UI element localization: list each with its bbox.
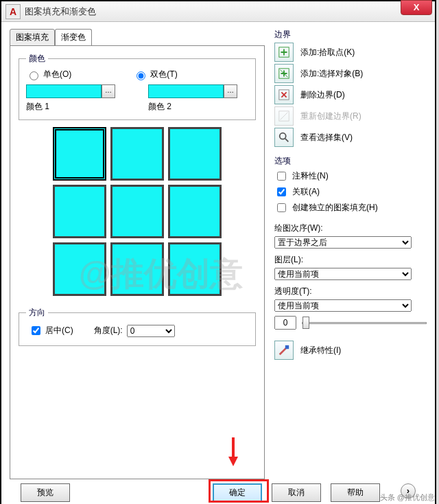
view-selections-label: 查看选择集(V)	[300, 132, 353, 144]
add-select-objects-button[interactable]	[274, 64, 294, 83]
options-title: 选项	[274, 155, 427, 167]
centered-checkbox[interactable]: 居中(C)	[29, 324, 73, 337]
gradient-pattern-7[interactable]	[53, 242, 106, 296]
layer-select[interactable]: 使用当前项	[274, 268, 412, 280]
color1-label: 颜色 1	[26, 101, 115, 113]
radio-two-color[interactable]: 双色(T)	[133, 69, 177, 80]
color2-picker-button[interactable]: …	[224, 84, 237, 98]
annotation-arrow	[228, 437, 238, 468]
transparency-slider[interactable]	[302, 322, 427, 324]
layer-label: 图层(L):	[274, 254, 427, 266]
add-pick-points-button[interactable]	[274, 43, 294, 62]
gradient-pattern-6[interactable]	[168, 185, 222, 238]
color2-label: 颜色 2	[148, 101, 237, 113]
svg-rect-5	[285, 345, 289, 349]
angle-select[interactable]: 0	[127, 325, 175, 337]
inherit-properties-button[interactable]	[274, 341, 294, 360]
remove-boundaries-label: 删除边界(D)	[300, 89, 345, 101]
color1-swatch[interactable]	[26, 84, 102, 98]
direction-legend: 方向	[26, 307, 48, 319]
gradient-pattern-1[interactable]	[53, 127, 106, 181]
add-pick-points-label: 添加:拾取点(K)	[300, 47, 355, 58]
ok-button[interactable]: 确定	[213, 483, 262, 502]
tab-hatch[interactable]: 图案填充	[10, 29, 55, 46]
transparency-select[interactable]: 使用当前项	[274, 299, 412, 312]
gradient-pattern-2[interactable]	[110, 127, 164, 181]
angle-label: 角度(L):	[94, 325, 123, 336]
associative-checkbox[interactable]	[277, 187, 286, 196]
window-title: 图案填充和渐变色	[25, 5, 96, 18]
inherit-properties-label: 继承特性(I)	[300, 345, 341, 356]
gradient-pattern-8[interactable]	[110, 242, 164, 296]
titlebar: A 图案填充和渐变色 X	[1, 1, 435, 22]
color1-picker-button[interactable]: …	[102, 84, 115, 98]
view-selections-button[interactable]	[274, 128, 294, 147]
color2-swatch[interactable]	[148, 84, 224, 98]
credit-text: 头条 @推优创意	[380, 492, 435, 503]
transparency-label: 透明度(T):	[274, 286, 427, 297]
annotative-checkbox[interactable]	[277, 172, 286, 181]
add-select-objects-label: 添加:选择对象(B)	[300, 68, 363, 80]
gradient-pattern-3[interactable]	[168, 127, 222, 181]
app-icon: A	[5, 4, 21, 19]
close-button[interactable]: X	[401, 0, 432, 15]
transparency-value-input[interactable]	[274, 316, 296, 330]
boundaries-title: 边界	[274, 29, 427, 41]
radio-one-color[interactable]: 单色(O)	[26, 69, 71, 80]
gradient-pattern-9[interactable]	[168, 242, 222, 296]
draw-order-label: 绘图次序(W):	[274, 222, 427, 234]
svg-point-4	[280, 133, 286, 139]
draw-order-select[interactable]: 置于边界之后	[274, 236, 412, 249]
color-group: 颜色 单色(O) 双色(T) … 颜色 1	[19, 53, 256, 120]
remove-boundaries-button[interactable]	[274, 85, 294, 104]
cancel-button[interactable]: 取消	[272, 483, 321, 502]
recreate-boundary-button	[274, 106, 294, 126]
tab-gradient[interactable]: 渐变色	[55, 29, 92, 46]
color-legend: 颜色	[26, 53, 48, 65]
gradient-pattern-grid	[19, 127, 256, 296]
gradient-pattern-5[interactable]	[110, 185, 164, 238]
preview-button[interactable]: 预览	[21, 483, 70, 502]
direction-group: 方向 居中(C) 角度(L): 0	[19, 307, 256, 346]
separate-hatches-checkbox[interactable]	[277, 203, 286, 212]
help-button[interactable]: 帮助	[331, 483, 380, 502]
recreate-boundary-label: 重新创建边界(R)	[300, 111, 361, 122]
gradient-pattern-4[interactable]	[53, 185, 106, 238]
